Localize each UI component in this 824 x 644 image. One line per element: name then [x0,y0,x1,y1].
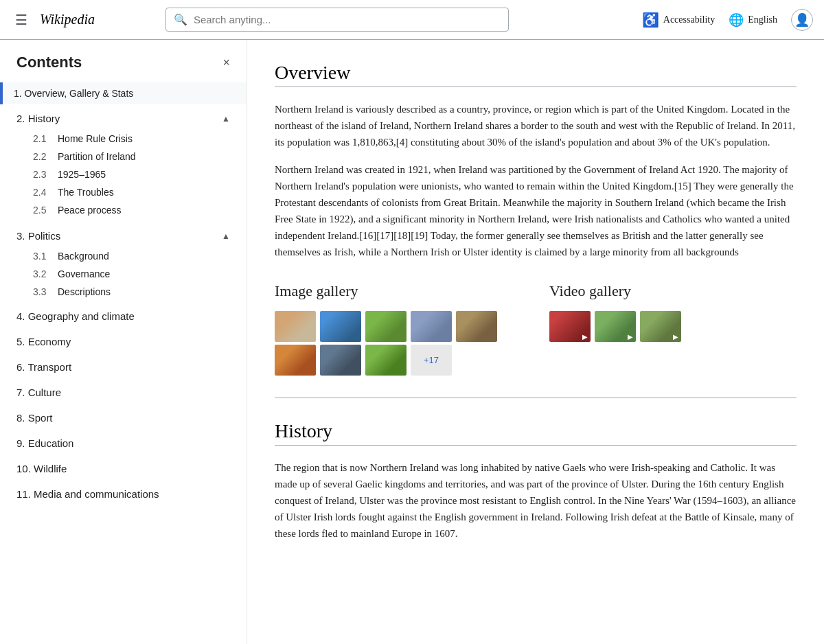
toc-item-8[interactable]: 8. Sport [0,405,247,430]
site-logo[interactable]: Wikipedia [40,12,95,27]
history-para-1: The region that is now Northern Ireland … [275,459,797,542]
toc-sub-item-3-1[interactable]: 3.1 Background [33,247,247,265]
image-gallery-title: Image gallery [275,282,522,300]
search-icon: 🔍 [174,13,187,26]
toc-item-9[interactable]: 9. Education [0,430,247,456]
search-container: 🔍 [165,8,509,32]
video-gallery: Video gallery ▶ ▶ ▶ [549,282,797,376]
history-title: History [275,420,797,446]
toc-sub-history: 2.1 Home Rule Crisis 2.2 Partition of Ir… [0,130,247,219]
main-content: Overview Northern Ireland is variously d… [247,40,824,564]
toc-sub-item-3-3[interactable]: 3.3 Descriptions [33,283,247,301]
gallery-img-6[interactable] [275,345,316,376]
toc-item-6[interactable]: 6. Transport [0,354,247,380]
toc-item-1[interactable]: 1. Overview, Gallery & Stats [0,82,247,104]
image-gallery-grid: +17 [275,311,522,376]
toc-item-10[interactable]: 10. Wildlife [0,456,247,481]
toc-section-politics-header[interactable]: 3. Politics ▲ [0,225,247,247]
gallery-img-4[interactable] [411,311,452,342]
accessibility-icon: ♿ [642,12,659,28]
toc-sub-item-2-3[interactable]: 2.3 1925–1965 [33,165,247,183]
site-header: ☰ Wikipedia 🔍 ♿ Accessability 🌐 English … [0,0,824,40]
contents-header: Contents × [0,54,247,82]
overview-para-1: Northern Ireland is variously described … [275,101,797,150]
image-gallery: Image gallery +17 [275,282,522,376]
gallery-section: Image gallery +17 Video gallery [275,282,797,376]
toc-sub-item-2-4[interactable]: 2.4 The Troubles [33,183,247,201]
toc-sub-item-2-2[interactable]: 2.2 Partition of Ireland [33,148,247,165]
overview-title: Overview [275,62,797,87]
sidebar: Contents × 1. Overview, Gallery & Stats … [0,40,247,564]
gallery-img-1[interactable] [275,311,316,342]
toc-item-4[interactable]: 4. Geography and climate [0,303,247,329]
toc-item-11[interactable]: 11. Media and communications [0,481,247,507]
gallery-img-5[interactable] [456,311,497,342]
overview-para-2: Northern Ireland was created in 1921, wh… [275,161,797,260]
menu-button[interactable]: ☰ [11,8,32,32]
toc-item-5[interactable]: 5. Economy [0,329,247,354]
account-button[interactable]: 👤 [791,9,813,31]
toc-sub-item-2-5[interactable]: 2.5 Peace process [33,201,247,219]
close-button[interactable]: × [222,56,230,70]
toc-section-history-header[interactable]: 2. History ▲ [0,107,247,130]
toc-section-history: 2. History ▲ 2.1 Home Rule Crisis 2.2 Pa… [0,104,247,222]
accessibility-button[interactable]: ♿ Accessability [642,12,715,28]
header-right: ♿ Accessability 🌐 English 👤 [642,9,813,31]
video-gallery-title: Video gallery [549,282,797,300]
gallery-img-7[interactable] [320,345,361,376]
gallery-more-button[interactable]: +17 [411,345,452,376]
search-input[interactable] [165,8,509,32]
chevron-up-icon: ▲ [222,114,230,124]
video-img-2[interactable]: ▶ [595,311,636,342]
account-icon: 👤 [794,12,810,27]
toc-sub-item-2-1[interactable]: 2.1 Home Rule Crisis [33,130,247,148]
toc-item-7[interactable]: 7. Culture [0,380,247,405]
gallery-img-8[interactable] [365,345,407,376]
language-button[interactable]: 🌐 English [729,12,777,27]
section-divider [275,398,797,398]
gallery-img-2[interactable] [320,311,361,342]
video-img-1[interactable]: ▶ [549,311,591,342]
contents-title: Contents [16,54,82,71]
chevron-up-politics-icon: ▲ [222,231,230,241]
toc-section-politics: 3. Politics ▲ 3.1 Background 3.2 Governa… [0,222,247,303]
page-layout: Contents × 1. Overview, Gallery & Stats … [0,40,824,564]
video-img-3[interactable]: ▶ [640,311,681,342]
toc-sub-item-3-2[interactable]: 3.2 Governance [33,265,247,283]
video-gallery-grid: ▶ ▶ ▶ [549,311,797,342]
toc-sub-politics: 3.1 Background 3.2 Governance 3.3 Descri… [0,247,247,301]
gallery-img-3[interactable] [365,311,407,342]
language-icon: 🌐 [729,12,744,27]
